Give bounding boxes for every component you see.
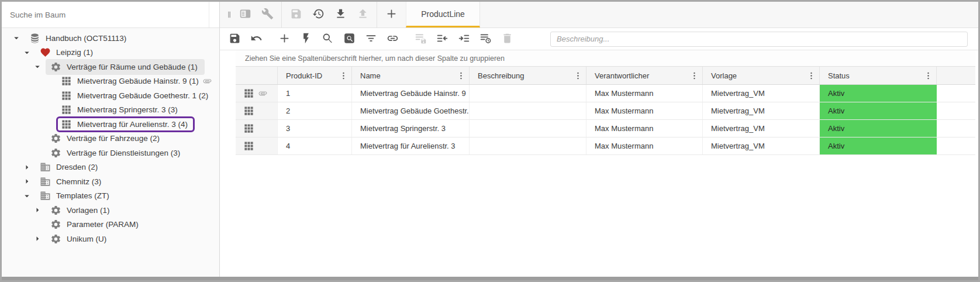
tree-node-content[interactable]: Templates (ZT) xyxy=(35,188,116,204)
cell-status[interactable]: Aktiv xyxy=(820,137,937,154)
caret-right-icon[interactable] xyxy=(22,176,32,187)
cell-name[interactable]: Mietvertrag Springerstr. 3 xyxy=(352,120,470,137)
tree-node-content[interactable]: Mietvertrag Gebäude Hainstr. 9 (1) xyxy=(56,73,219,89)
cell-vorlage[interactable]: Mietvertrag_VM xyxy=(703,102,820,119)
add-button[interactable] xyxy=(380,2,402,27)
column-menu-icon[interactable] xyxy=(806,71,816,81)
cell-beschreibung[interactable] xyxy=(470,120,586,137)
grid-header-status[interactable]: Status xyxy=(820,67,937,84)
tree-node-content[interactable]: Unikum (U) xyxy=(46,231,113,247)
tree-node[interactable]: Verträge für Räume und Gebäude (1) xyxy=(2,60,219,74)
cell-vorlage[interactable]: Mietvertrag_VM xyxy=(703,137,820,154)
tree-node-content[interactable]: Verträge für Fahrzeuge (2) xyxy=(46,130,167,146)
grid-header-verantwortlicher[interactable]: Verantwortlicher xyxy=(586,67,703,84)
grid-header-name[interactable]: Name xyxy=(352,67,470,84)
grid-header-beschreibung[interactable]: Beschreibung xyxy=(470,67,586,84)
tree-node[interactable]: Vorlagen (1) xyxy=(2,203,219,218)
column-menu-icon[interactable] xyxy=(689,71,699,81)
cell-verantwortlicher[interactable]: Max Mustermann xyxy=(586,102,703,119)
add-button[interactable] xyxy=(274,32,295,46)
tree-node[interactable]: Templates (ZT) xyxy=(2,189,219,204)
tree-node[interactable]: Dresden (2) xyxy=(2,160,219,175)
cell-produkt-id[interactable]: 4 xyxy=(278,137,352,154)
tree-node-content[interactable]: Verträge für Dienstleistungen (3) xyxy=(46,145,187,161)
rows-history-button[interactable] xyxy=(475,32,496,46)
tree-node-content[interactable]: Mietvertrag Springerstr. 3 (3) xyxy=(56,102,185,118)
cell-vorlage[interactable]: Mietvertrag_VM xyxy=(703,85,820,102)
undo-button[interactable] xyxy=(246,32,267,46)
column-menu-icon[interactable] xyxy=(456,71,466,81)
cell-name[interactable]: Mietvertrag Gebäude Goethestr. 1 xyxy=(352,102,470,119)
tree-node-content[interactable]: Handbuch (OCT51113) xyxy=(25,30,133,46)
cell-verantwortlicher[interactable]: Max Mustermann xyxy=(586,85,703,102)
tree-node-content[interactable]: Vorlagen (1) xyxy=(46,202,117,218)
tab-productline[interactable]: ProductLine xyxy=(406,2,480,27)
cell-beschreibung[interactable] xyxy=(470,85,586,102)
tree-node[interactable]: Mietvertrag für Aurelienstr. 3 (4) xyxy=(2,117,219,132)
link-button[interactable] xyxy=(382,32,403,46)
table-row[interactable]: 1Mietvertrag Gebäude Hainstr. 9Max Muste… xyxy=(236,85,975,102)
cell-beschreibung[interactable] xyxy=(470,102,586,119)
cell-row-icons[interactable] xyxy=(236,102,278,119)
tree-node[interactable]: Unikum (U) xyxy=(2,232,219,246)
bolt-button[interactable] xyxy=(295,32,317,46)
tree-node[interactable]: Verträge für Dienstleistungen (3) xyxy=(2,146,219,160)
search-button[interactable] xyxy=(317,32,339,46)
cell-status[interactable]: Aktiv xyxy=(820,85,937,102)
download-button[interactable] xyxy=(329,2,351,27)
caret-right-icon[interactable] xyxy=(32,233,43,244)
search-box-button[interactable] xyxy=(339,32,360,46)
cell-produkt-id[interactable]: 3 xyxy=(278,120,352,137)
tree-node[interactable]: Parameter (PARAM) xyxy=(2,218,219,232)
tree-node-content[interactable]: Verträge für Räume und Gebäude (1) xyxy=(46,59,205,75)
table-row[interactable]: 3Mietvertrag Springerstr. 3Max Musterman… xyxy=(236,120,975,137)
tree-node[interactable]: Verträge für Fahrzeuge (2) xyxy=(2,132,219,146)
grid-header-vorlage[interactable]: Vorlage xyxy=(703,67,820,84)
expand-right-button[interactable] xyxy=(453,32,475,46)
grid-header-produkt-id[interactable]: Produkt-ID xyxy=(278,67,352,84)
cell-verantwortlicher[interactable]: Max Mustermann xyxy=(586,137,703,154)
panel-toggle-button[interactable] xyxy=(234,2,256,27)
table-row[interactable]: 2Mietvertrag Gebäude Goethestr. 1Max Mus… xyxy=(236,102,975,120)
tree-node[interactable]: Mietvertrag Gebäude Hainstr. 9 (1) xyxy=(2,74,219,89)
tree-node[interactable]: Chemnitz (3) xyxy=(2,174,219,189)
tree-node-content[interactable]: Leipzig (1) xyxy=(35,44,100,60)
tree-node[interactable]: Mietvertrag Springerstr. 3 (3) xyxy=(2,103,219,118)
group-by-bar[interactable]: Ziehen Sie eine Spaltenüberschrift hierh… xyxy=(236,50,975,67)
cell-produkt-id[interactable]: 2 xyxy=(278,102,352,119)
column-menu-icon[interactable] xyxy=(339,71,348,81)
column-menu-icon[interactable] xyxy=(923,71,933,81)
caret-down-icon[interactable] xyxy=(11,33,22,43)
caret-right-icon[interactable] xyxy=(22,162,32,173)
tree-node[interactable]: Leipzig (1) xyxy=(2,46,219,60)
caret-right-icon[interactable] xyxy=(32,205,43,215)
tree-node-content[interactable]: Parameter (PARAM) xyxy=(46,216,146,232)
cell-beschreibung[interactable] xyxy=(470,137,586,154)
cell-name[interactable]: Mietvertrag für Aurelienstr. 3 xyxy=(352,137,470,154)
restore-button[interactable] xyxy=(307,2,329,27)
tree-search-input[interactable] xyxy=(2,11,219,19)
cell-row-icons[interactable] xyxy=(236,85,278,102)
cell-vorlage[interactable]: Mietvertrag_VM xyxy=(703,120,820,137)
filter-button[interactable] xyxy=(360,32,382,46)
tree-node[interactable]: Mietvertrag Gebäude Goethestr. 1 (2) xyxy=(2,88,219,103)
tree-node-content[interactable]: Mietvertrag für Aurelienstr. 3 (4) xyxy=(56,116,195,132)
column-menu-icon[interactable] xyxy=(573,71,583,81)
tree-node[interactable]: Handbuch (OCT51113) xyxy=(2,31,219,46)
cell-status[interactable]: Aktiv xyxy=(820,120,937,137)
table-row[interactable]: 4Mietvertrag für Aurelienstr. 3Max Muste… xyxy=(236,137,975,155)
cell-row-icons[interactable] xyxy=(236,120,278,137)
cell-row-icons[interactable] xyxy=(236,137,278,154)
tree-node-content[interactable]: Dresden (2) xyxy=(35,159,105,175)
description-input[interactable] xyxy=(550,32,968,47)
tree-node-content[interactable]: Chemnitz (3) xyxy=(35,174,108,190)
cell-produkt-id[interactable]: 1 xyxy=(278,85,352,102)
caret-down-icon[interactable] xyxy=(22,191,32,201)
cell-name[interactable]: Mietvertrag Gebäude Hainstr. 9 xyxy=(352,85,470,102)
save-button[interactable] xyxy=(224,32,246,46)
collapse-left-button[interactable] xyxy=(432,32,453,46)
caret-down-icon[interactable] xyxy=(22,47,32,58)
caret-down-icon[interactable] xyxy=(32,61,43,72)
cell-verantwortlicher[interactable]: Max Mustermann xyxy=(586,120,703,137)
tree-node-content[interactable]: Mietvertrag Gebäude Goethestr. 1 (2) xyxy=(56,88,215,104)
